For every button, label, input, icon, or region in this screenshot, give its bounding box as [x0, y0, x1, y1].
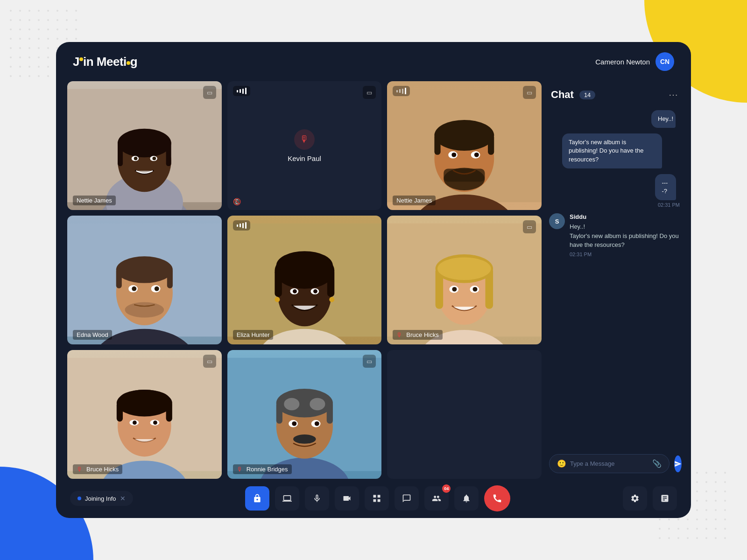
chat-title-area: Chat 14	[551, 89, 595, 101]
svg-rect-23	[488, 134, 494, 155]
signal-icon-2	[233, 86, 250, 96]
grid-button[interactable]	[365, 486, 389, 511]
siddu-text: Hey..! Taylor's new album is publishing!…	[570, 222, 680, 250]
chat-input-box: 🙂 📎	[549, 454, 669, 473]
svg-point-91	[310, 398, 325, 410]
video-person-8	[227, 350, 382, 479]
svg-rect-75	[117, 402, 123, 422]
svg-rect-22	[435, 134, 441, 155]
svg-point-56	[313, 289, 317, 294]
user-avatar[interactable]: CN	[655, 52, 674, 71]
video-cell-6[interactable]: ▭ 🎙 Bruce Hicks	[387, 216, 542, 344]
chat-title: Chat	[551, 89, 574, 101]
audio-only-name: Kevin Paul	[288, 154, 321, 162]
svg-point-48	[276, 251, 332, 280]
video-cell-2[interactable]: ▭ 🎙 Kevin Paul 📵	[227, 81, 382, 210]
svg-point-10	[118, 129, 171, 158]
chat-input[interactable]	[570, 460, 648, 467]
bottom-center: 04	[245, 485, 510, 511]
video-label-8: 🎙 Ronnie Bridges	[233, 464, 292, 474]
send-button[interactable]	[674, 455, 682, 472]
bell-icon	[462, 494, 471, 503]
joining-info-close[interactable]: ✕	[120, 495, 126, 502]
mic-button[interactable]	[305, 486, 329, 511]
svg-point-29	[474, 153, 479, 157]
svg-point-68	[473, 287, 478, 292]
emoji-button[interactable]: 🙂	[557, 459, 566, 468]
analytics-button[interactable]	[653, 486, 677, 511]
chat-more-button[interactable]: ⋯	[669, 89, 678, 100]
video-cell-1[interactable]: Nettie James ▭	[67, 81, 222, 210]
corner-icon-7: ▭	[203, 355, 216, 368]
corner-icon-8: ▭	[363, 355, 376, 368]
signal-icon-5	[233, 220, 250, 231]
chat-icon	[402, 494, 411, 503]
video-cell-5[interactable]: Eliza Hunter	[227, 216, 382, 344]
siddu-avatar: S	[549, 213, 565, 229]
svg-point-41	[155, 287, 159, 291]
audio-only-cell: ▭ 🎙 Kevin Paul 📵	[227, 81, 382, 210]
lock-button[interactable]	[245, 486, 269, 511]
video-off-indicator: 📵	[233, 198, 241, 205]
svg-point-40	[132, 287, 136, 291]
svg-rect-12	[166, 140, 171, 166]
video-cell-8[interactable]: ▭ 🎙 Ronnie Bridges	[227, 350, 382, 479]
person-svg-7	[67, 350, 222, 479]
end-call-button[interactable]	[484, 485, 510, 511]
logo: Jin Meetig	[73, 55, 137, 69]
video-label-5: Eliza Hunter	[233, 330, 274, 340]
chat-message-2: Taylor's new album is publishing! Do you…	[562, 133, 680, 168]
video-label-1: Nettie James	[73, 196, 116, 205]
svg-rect-49	[275, 269, 282, 297]
chat-header: Chat 14 ⋯	[549, 85, 680, 108]
chat-input-area: 🙂 📎	[549, 448, 680, 475]
svg-point-92	[293, 434, 316, 444]
video-person-3	[387, 81, 542, 210]
svg-rect-76	[166, 402, 172, 422]
message-bubble-2: Taylor's new album is publishing! Do you…	[562, 133, 662, 168]
phone-end-icon	[492, 493, 502, 504]
svg-point-37	[125, 302, 164, 317]
message-bubble-3: ----?	[655, 174, 676, 200]
person-svg-6	[387, 216, 542, 344]
svg-point-52	[329, 297, 334, 302]
muted-icon-2: 🎙	[294, 129, 315, 150]
svg-rect-36	[167, 269, 173, 288]
svg-point-77	[119, 390, 170, 410]
joining-info-button[interactable]: Joining Info ✕	[70, 491, 133, 506]
chat-message-3: ----? 02:31 PM	[655, 174, 680, 208]
lock-icon	[253, 494, 262, 503]
video-cell-4[interactable]: Edna Wood	[67, 216, 222, 344]
bell-button[interactable]	[454, 486, 479, 511]
video-cell-7[interactable]: ▭ 🎙 Bruce Hicks	[67, 350, 222, 479]
video-button[interactable]	[335, 486, 359, 511]
joining-info-label: Joining Info	[85, 495, 116, 502]
video-person-4	[67, 216, 222, 344]
video-person-6	[387, 216, 542, 344]
main-content: Nettie James ▭ ▭	[56, 81, 691, 479]
chat-badge: 14	[579, 91, 595, 99]
video-person-5	[227, 216, 382, 344]
person-svg-1	[67, 81, 222, 210]
chat-button[interactable]	[395, 486, 419, 511]
attach-button[interactable]: 📎	[652, 459, 662, 468]
video-cell-3[interactable]: ▭ Nettie James	[387, 81, 542, 210]
video-label-6: 🎙 Bruce Hicks	[393, 330, 442, 340]
screen-share-icon	[282, 494, 292, 503]
people-icon	[432, 494, 441, 503]
video-label-7: 🎙 Bruce Hicks	[73, 464, 122, 474]
settings-icon	[630, 494, 640, 503]
video-label-4: Edna Wood	[73, 330, 112, 340]
joining-info-dot	[78, 497, 81, 500]
logo-text: Jin Meetig	[73, 55, 137, 69]
video-cell-empty	[387, 350, 542, 479]
logo-dot-i	[79, 57, 83, 61]
video-label-3: Nettie James	[393, 196, 436, 205]
svg-point-96	[314, 421, 319, 426]
svg-rect-35	[116, 269, 122, 288]
settings-button[interactable]	[623, 486, 647, 511]
people-button[interactable]: 04	[424, 486, 449, 511]
chat-messages: Hey..! Taylor's new album is publishing!…	[549, 108, 680, 448]
svg-point-15	[134, 157, 138, 161]
screen-share-button[interactable]	[275, 486, 299, 511]
